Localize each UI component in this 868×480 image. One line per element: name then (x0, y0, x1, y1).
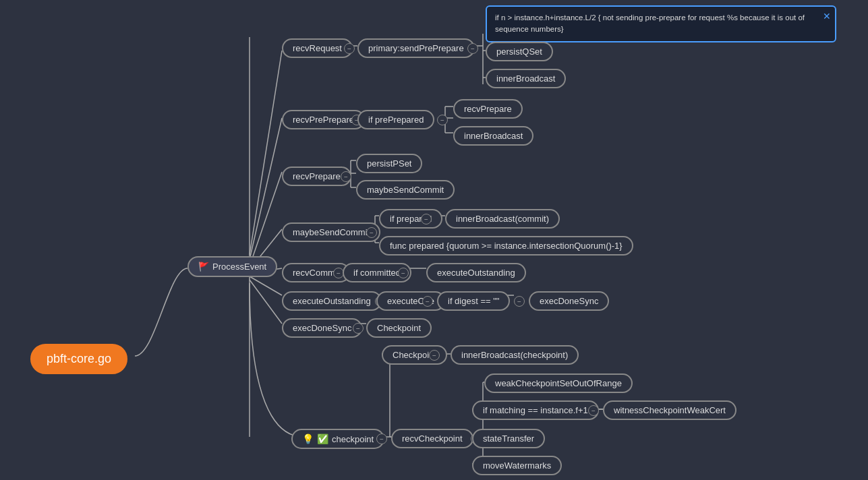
svg-line-1 (250, 118, 282, 260)
persist-pset-label: persistPSet (367, 158, 411, 169)
if-preprepared-node[interactable]: if prePrepared (357, 110, 434, 129)
flag-icon: 🚩 (198, 262, 209, 272)
checkpoint1-label: Checkpoint (377, 323, 421, 333)
inner-broadcast2-label: innerBroadcast (464, 131, 523, 141)
checkpoint-main-collapse[interactable]: − (376, 433, 387, 444)
if-preprepared-label: if prePrepared (368, 115, 424, 125)
persist-pset-node[interactable]: persistPSet (356, 154, 422, 173)
witness-checkpoint-node[interactable]: witnessCheckpointWeakCert (603, 400, 736, 420)
process-event-label: ProcessEvent (212, 262, 266, 272)
state-transfer-label: stateTransfer (483, 433, 534, 444)
svg-line-0 (250, 51, 282, 255)
maybe-send-commit-collapse[interactable]: − (366, 227, 377, 238)
weak-checkpoint-label: weakCheckpointSetOutOfRange (495, 378, 622, 388)
exec-done-sync2-node[interactable]: execDoneSync (282, 318, 362, 338)
exec-done-sync2-collapse[interactable]: − (353, 323, 364, 334)
tooltip-text: if n > instance.h+instance.L/2 { not sen… (495, 13, 805, 33)
primary-send-node[interactable]: primary:sendPrePrepare (357, 38, 475, 58)
checkpoint2-collapse[interactable]: − (429, 350, 440, 361)
exec-done-sync2-label: execDoneSync (293, 323, 351, 333)
if-committed-collapse[interactable]: − (398, 268, 409, 278)
recv-prepare2-label: recvPrepare (464, 104, 512, 114)
if-digest-collapse[interactable]: − (514, 296, 525, 307)
execute-one-node[interactable]: executeOne (376, 291, 445, 311)
maybe-send-commit1-node[interactable]: maybeSendCommit (356, 180, 455, 200)
inner-broadcast2-node[interactable]: innerBroadcast (453, 126, 533, 146)
persist-qset-label: persistQSet (496, 47, 542, 57)
recv-prepare-label: recvPrepare (293, 171, 341, 181)
move-watermarks-label: moveWatermarks (483, 460, 551, 471)
checkpoint-main-label: checkpoint (332, 434, 374, 444)
if-prepared-collapse[interactable]: − (421, 214, 432, 224)
exec-done-sync1-label: execDoneSync (540, 296, 598, 306)
tooltip-close-icon[interactable]: ✕ (823, 9, 831, 24)
persist-qset-node[interactable]: persistQSet (486, 42, 553, 61)
recv-prepare-collapse[interactable]: − (341, 171, 351, 182)
if-prepared-node[interactable]: if prepared (379, 209, 442, 229)
inner-broadcast-chk-label: innerBroadcast(checkpoint) (461, 350, 568, 360)
process-event-node[interactable]: 🚩 ProcessEvent (187, 256, 277, 277)
if-matching-node[interactable]: if matching == instance.f+1 (472, 400, 599, 420)
inner-broadcast-chk-node[interactable]: innerBroadcast(checkpoint) (451, 345, 579, 365)
recv-request-label: recvRequest (293, 43, 342, 53)
bulb-icon: 💡 (302, 433, 314, 444)
inner-broadcast-commit-label: innerBroadcast(commit) (456, 214, 549, 224)
execute-outstanding1-label: executeOutstanding (437, 268, 515, 278)
if-matching-label: if matching == instance.f+1 (483, 405, 588, 415)
func-prepared-node[interactable]: func prepared {quorum >= instance.inters… (379, 236, 633, 256)
execute-one-collapse[interactable]: − (422, 296, 433, 307)
if-committed-label: if committed (353, 268, 401, 278)
maybe-send-commit1-label: maybeSendCommit (367, 185, 444, 195)
if-preprepared-collapse[interactable]: − (437, 115, 448, 125)
tooltip-box: if n > instance.h+instance.L/2 { not sen… (486, 5, 836, 42)
execute-outstanding2-label: executeOutstanding (293, 296, 371, 306)
check-green-icon: ✅ (317, 433, 328, 444)
execute-outstanding1-node[interactable]: executeOutstanding (426, 263, 526, 282)
recv-preprepare-label: recvPrePrepare (293, 115, 354, 125)
recv-prepare2-node[interactable]: recvPrepare (453, 99, 523, 119)
recv-request-collapse[interactable]: − (344, 43, 355, 54)
witness-checkpoint-label: witnessCheckpointWeakCert (614, 405, 726, 415)
recv-request-node[interactable]: recvRequest (282, 38, 353, 58)
maybe-send-commit2-label: maybeSendCommit (293, 227, 370, 237)
pbft-core-node[interactable]: pbft-core.go (30, 344, 127, 374)
svg-line-6 (250, 280, 282, 324)
exec-done-sync1-node[interactable]: execDoneSync (529, 291, 609, 311)
checkpoint-main-node[interactable]: 💡 ✅ checkpoint (291, 429, 384, 449)
svg-line-5 (250, 276, 282, 295)
weak-checkpoint-node[interactable]: weakCheckpointSetOutOfRange (484, 373, 633, 393)
if-matching-collapse[interactable]: − (588, 405, 599, 416)
func-prepared-label: func prepared {quorum >= instance.inters… (390, 241, 623, 251)
inner-broadcast1-node[interactable]: innerBroadcast (486, 69, 566, 88)
inner-broadcast-commit-node[interactable]: innerBroadcast(commit) (445, 209, 560, 229)
state-transfer-node[interactable]: stateTransfer (472, 429, 545, 448)
if-digest-node[interactable]: if digest == "" (437, 291, 510, 311)
pbft-core-label: pbft-core.go (47, 352, 111, 366)
recv-checkpoint-label: recvCheckpoint (402, 433, 463, 444)
execute-outstanding2-node[interactable]: executeOutstanding (282, 291, 382, 311)
checkpoint1-node[interactable]: Checkpoint (366, 318, 432, 338)
if-digest-label: if digest == "" (448, 296, 499, 306)
move-watermarks-node[interactable]: moveWatermarks (472, 456, 562, 475)
primary-send-label: primary:sendPrePrepare (368, 43, 464, 53)
inner-broadcast1-label: innerBroadcast (496, 73, 555, 84)
recv-checkpoint-node[interactable]: recvCheckpoint (391, 429, 473, 448)
svg-line-2 (250, 172, 282, 266)
recv-commit-label: recvCommit (293, 268, 339, 278)
primary-send-collapse[interactable]: − (467, 43, 478, 54)
